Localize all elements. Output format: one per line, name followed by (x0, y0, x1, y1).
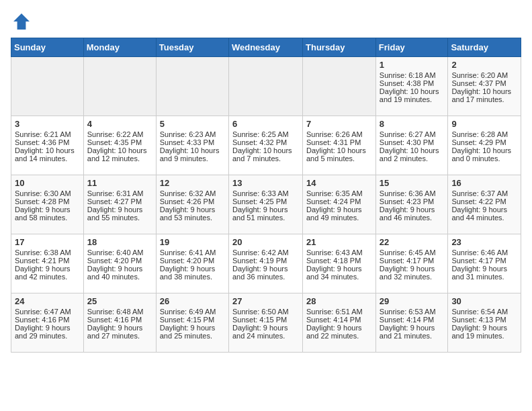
day-cell: 30Sunrise: 6:54 AMSunset: 4:13 PMDayligh… (448, 293, 521, 353)
sunset-text: Sunset: 4:21 PM (15, 257, 69, 265)
day-number: 14 (306, 178, 372, 188)
week-row-2: 3Sunrise: 6:21 AMSunset: 4:36 PMDaylight… (11, 116, 521, 175)
day-number: 19 (160, 237, 225, 247)
sunset-text: Sunset: 4:15 PM (160, 316, 214, 324)
daylight-text: Daylight: 10 hours and 19 minutes. (380, 87, 439, 103)
day-cell: 15Sunrise: 6:36 AMSunset: 4:23 PMDayligh… (375, 175, 448, 234)
col-header-wednesday: Wednesday (228, 38, 302, 57)
sunrise-text: Sunrise: 6:21 AM (15, 130, 71, 138)
day-number: 24 (15, 296, 80, 306)
sunrise-text: Sunrise: 6:37 AM (451, 189, 508, 197)
day-number: 29 (380, 296, 445, 306)
daylight-text: Daylight: 9 hours and 38 minutes. (160, 265, 216, 281)
day-number: 6 (232, 119, 299, 129)
day-number: 28 (306, 296, 372, 306)
daylight-text: Daylight: 9 hours and 40 minutes. (87, 265, 143, 281)
sunrise-text: Sunrise: 6:38 AM (15, 248, 71, 257)
day-cell (11, 57, 84, 116)
day-cell: 19Sunrise: 6:41 AMSunset: 4:20 PMDayligh… (156, 234, 228, 293)
page-header (11, 11, 521, 32)
day-cell: 6Sunrise: 6:25 AMSunset: 4:32 PMDaylight… (228, 116, 302, 175)
sunrise-text: Sunrise: 6:43 AM (306, 248, 363, 257)
daylight-text: Daylight: 9 hours and 36 minutes. (232, 265, 288, 281)
sunset-text: Sunset: 4:33 PM (160, 138, 214, 146)
col-header-friday: Friday (375, 38, 448, 57)
day-cell: 13Sunrise: 6:33 AMSunset: 4:25 PMDayligh… (228, 175, 302, 234)
day-cell (156, 57, 228, 116)
col-header-monday: Monday (83, 38, 156, 57)
sunset-text: Sunset: 4:17 PM (380, 257, 434, 265)
daylight-text: Daylight: 9 hours and 24 minutes. (232, 324, 288, 340)
day-number: 2 (451, 60, 517, 70)
daylight-text: Daylight: 9 hours and 21 minutes. (380, 324, 435, 340)
week-row-5: 24Sunrise: 6:47 AMSunset: 4:16 PMDayligh… (11, 293, 521, 353)
day-number: 20 (232, 237, 299, 247)
day-number: 11 (87, 178, 152, 188)
day-number: 27 (232, 296, 299, 306)
day-cell: 11Sunrise: 6:31 AMSunset: 4:27 PMDayligh… (83, 175, 156, 234)
day-cell: 2Sunrise: 6:20 AMSunset: 4:37 PMDaylight… (448, 57, 521, 116)
sunset-text: Sunset: 4:16 PM (87, 316, 142, 324)
day-cell: 17Sunrise: 6:38 AMSunset: 4:21 PMDayligh… (11, 234, 84, 293)
day-number: 26 (160, 296, 225, 306)
sunset-text: Sunset: 4:32 PM (232, 138, 287, 146)
sunset-text: Sunset: 4:20 PM (87, 257, 142, 265)
day-cell: 7Sunrise: 6:26 AMSunset: 4:31 PMDaylight… (303, 116, 376, 175)
daylight-text: Daylight: 10 hours and 12 minutes. (87, 146, 147, 163)
day-number: 10 (15, 178, 80, 188)
daylight-text: Daylight: 9 hours and 42 minutes. (15, 265, 71, 281)
sunset-text: Sunset: 4:17 PM (451, 257, 506, 265)
sunrise-text: Sunrise: 6:36 AM (380, 189, 436, 197)
daylight-text: Daylight: 10 hours and 0 minutes. (451, 146, 511, 163)
daylight-text: Daylight: 9 hours and 34 minutes. (306, 265, 362, 281)
day-cell: 16Sunrise: 6:37 AMSunset: 4:22 PMDayligh… (448, 175, 521, 234)
sunset-text: Sunset: 4:14 PM (306, 316, 361, 324)
daylight-text: Daylight: 9 hours and 29 minutes. (15, 324, 71, 340)
daylight-text: Daylight: 9 hours and 49 minutes. (306, 205, 362, 222)
sunrise-text: Sunrise: 6:53 AM (380, 308, 436, 316)
day-cell: 9Sunrise: 6:28 AMSunset: 4:29 PMDaylight… (448, 116, 521, 175)
sunset-text: Sunset: 4:27 PM (87, 197, 142, 205)
sunrise-text: Sunrise: 6:50 AM (232, 308, 289, 316)
week-row-3: 10Sunrise: 6:30 AMSunset: 4:28 PMDayligh… (11, 175, 521, 234)
col-header-tuesday: Tuesday (156, 38, 228, 57)
sunrise-text: Sunrise: 6:46 AM (451, 248, 508, 257)
daylight-text: Daylight: 9 hours and 32 minutes. (380, 265, 435, 281)
sunrise-text: Sunrise: 6:40 AM (87, 248, 144, 257)
sunset-text: Sunset: 4:14 PM (380, 316, 434, 324)
day-cell: 14Sunrise: 6:35 AMSunset: 4:24 PMDayligh… (303, 175, 376, 234)
sunset-text: Sunset: 4:35 PM (87, 138, 142, 146)
day-cell: 21Sunrise: 6:43 AMSunset: 4:18 PMDayligh… (303, 234, 376, 293)
daylight-text: Daylight: 10 hours and 7 minutes. (232, 146, 292, 163)
sunrise-text: Sunrise: 6:22 AM (87, 130, 144, 138)
calendar-table: SundayMondayTuesdayWednesdayThursdayFrid… (11, 38, 521, 353)
sunset-text: Sunset: 4:25 PM (232, 197, 287, 205)
day-number: 18 (87, 237, 152, 247)
sunset-text: Sunset: 4:19 PM (232, 257, 287, 265)
day-cell: 12Sunrise: 6:32 AMSunset: 4:26 PMDayligh… (156, 175, 228, 234)
day-number: 16 (451, 178, 517, 188)
sunrise-text: Sunrise: 6:41 AM (160, 248, 216, 257)
day-cell: 18Sunrise: 6:40 AMSunset: 4:20 PMDayligh… (83, 234, 156, 293)
day-number: 23 (451, 237, 517, 247)
day-number: 3 (15, 119, 80, 129)
day-cell: 23Sunrise: 6:46 AMSunset: 4:17 PMDayligh… (448, 234, 521, 293)
day-cell: 24Sunrise: 6:47 AMSunset: 4:16 PMDayligh… (11, 293, 84, 353)
sunrise-text: Sunrise: 6:51 AM (306, 308, 363, 316)
calendar-header: SundayMondayTuesdayWednesdayThursdayFrid… (11, 38, 521, 57)
sunrise-text: Sunrise: 6:25 AM (232, 130, 289, 138)
day-number: 17 (15, 237, 80, 247)
logo-icon (11, 11, 32, 32)
daylight-text: Daylight: 9 hours and 25 minutes. (160, 324, 216, 340)
logo (11, 11, 35, 32)
svg-marker-0 (13, 13, 30, 30)
sunset-text: Sunset: 4:24 PM (306, 197, 361, 205)
daylight-text: Daylight: 9 hours and 51 minutes. (232, 205, 288, 222)
day-number: 4 (87, 119, 152, 129)
sunset-text: Sunset: 4:22 PM (451, 197, 506, 205)
daylight-text: Daylight: 9 hours and 27 minutes. (87, 324, 143, 340)
day-cell (228, 57, 302, 116)
sunset-text: Sunset: 4:20 PM (160, 257, 214, 265)
day-number: 21 (306, 237, 372, 247)
sunrise-text: Sunrise: 6:20 AM (451, 71, 508, 79)
